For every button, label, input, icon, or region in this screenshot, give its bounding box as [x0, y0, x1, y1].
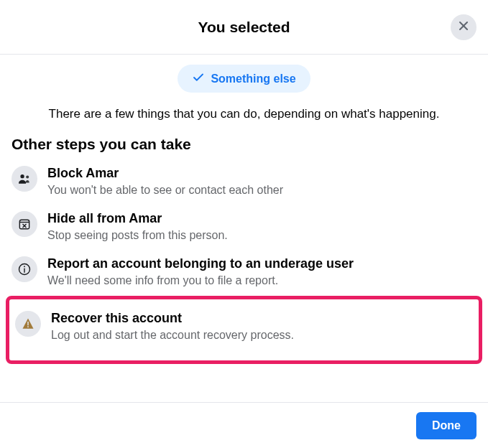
step-text: Block Amar You won't be able to see or c… [47, 164, 477, 198]
warning-triangle-icon [15, 311, 41, 337]
highlighted-step-frame: Recover this account Log out and start t… [6, 296, 482, 364]
svg-point-2 [20, 174, 24, 178]
step-subtitle: Log out and start the account recovery p… [51, 327, 473, 343]
step-title: Report an account belonging to an undera… [47, 255, 477, 272]
description-text: There are a few things that you can do, … [0, 100, 488, 133]
close-icon [456, 19, 471, 35]
dialog-header: You selected [0, 0, 488, 55]
step-text: Recover this account Log out and start t… [51, 309, 473, 343]
done-button[interactable]: Done [416, 412, 477, 439]
step-block[interactable]: Block Amar You won't be able to see or c… [0, 159, 488, 204]
step-list: Block Amar You won't be able to see or c… [0, 159, 488, 364]
step-recover[interactable]: Recover this account Log out and start t… [15, 304, 473, 349]
chip-label: Something else [211, 73, 295, 85]
dialog-title: You selected [198, 19, 290, 36]
selection-chip[interactable]: Something else [178, 65, 310, 93]
step-text: Hide all from Amar Stop seeing posts fro… [47, 210, 477, 243]
step-title: Recover this account [51, 309, 473, 327]
step-subtitle: Stop seeing posts from this person. [47, 228, 477, 243]
close-button[interactable] [451, 14, 477, 40]
step-title: Block Amar [47, 164, 477, 182]
selection-chip-row: Something else [0, 55, 488, 100]
step-text: Report an account belonging to an undera… [47, 255, 477, 289]
svg-point-3 [26, 176, 29, 179]
step-report[interactable]: Report an account belonging to an undera… [0, 249, 488, 294]
info-icon [11, 256, 37, 282]
block-user-icon [11, 166, 37, 192]
section-title: Other steps you can take [0, 133, 488, 159]
step-subtitle: You won't be able to see or contact each… [47, 182, 477, 198]
svg-point-10 [27, 326, 29, 327]
check-icon [192, 71, 205, 86]
step-hide[interactable]: Hide all from Amar Stop seeing posts fro… [0, 204, 488, 249]
svg-point-8 [24, 266, 25, 267]
step-subtitle: We'll need some info from you to file a … [47, 273, 477, 289]
hide-posts-icon [11, 211, 37, 237]
step-title: Hide all from Amar [47, 210, 477, 227]
dialog-footer: Done [0, 402, 488, 448]
